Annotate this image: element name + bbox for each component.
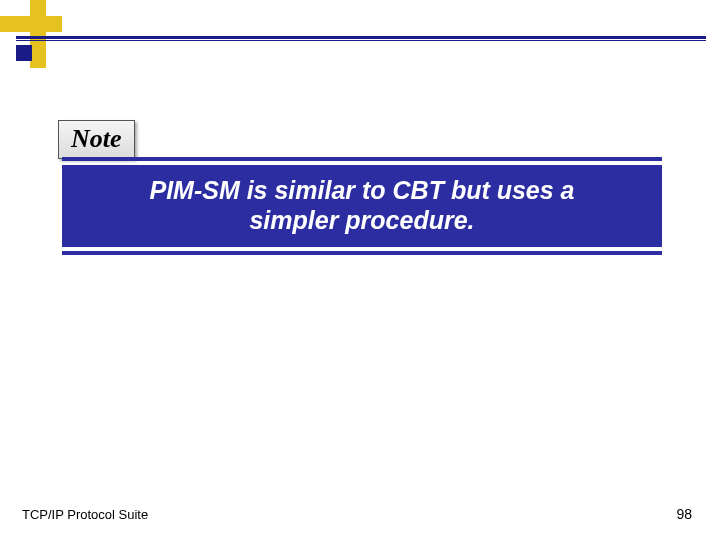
- statement-block: PIM-SM is similar to CBT but uses a simp…: [62, 157, 662, 255]
- gold-bar-vertical: [30, 0, 46, 68]
- navy-square-icon: [16, 45, 32, 61]
- statement-bottom-rule: [62, 251, 662, 255]
- page-number: 98: [676, 506, 692, 522]
- navy-rule-thick: [16, 36, 706, 39]
- statement-line-1: PIM-SM is similar to CBT but uses a: [82, 175, 642, 205]
- note-label-text: Note: [71, 124, 122, 153]
- statement-body: PIM-SM is similar to CBT but uses a simp…: [62, 165, 662, 247]
- header-decoration: [0, 0, 720, 80]
- navy-rule-thin: [16, 40, 706, 41]
- note-label-box: Note: [58, 120, 135, 159]
- footer-title: TCP/IP Protocol Suite: [22, 507, 148, 522]
- statement-line-2: simpler procedure.: [82, 205, 642, 235]
